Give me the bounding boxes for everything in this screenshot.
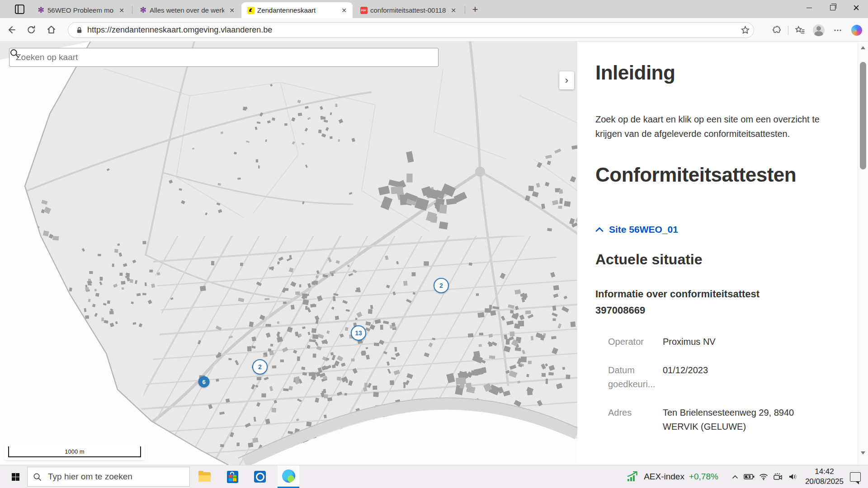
home-icon xyxy=(46,24,57,35)
map-cluster-marker[interactable]: 6 xyxy=(198,376,210,388)
search-icon xyxy=(33,473,42,481)
search-icon[interactable] xyxy=(9,48,19,58)
clock-time: 14:42 xyxy=(805,467,844,477)
close-icon[interactable]: ✕ xyxy=(339,5,349,15)
field-value: Ten Brielensesteenweg 29, 8940 WERVIK (G… xyxy=(663,406,812,434)
settings-menu-button[interactable] xyxy=(830,23,845,38)
favorites-button[interactable] xyxy=(792,23,807,38)
profile-button[interactable] xyxy=(811,23,826,38)
tray-meet-now[interactable] xyxy=(771,465,785,488)
intro-text: Zoek op de kaart en klik op een site om … xyxy=(595,112,835,141)
map-search-box[interactable] xyxy=(9,48,439,67)
browser-toolbar: https://zendantenneskaart.omgeving.vlaan… xyxy=(0,18,868,42)
tab-1[interactable]: ✻ 56WEO Probleem mobiel netwerk ✕ xyxy=(32,2,130,18)
tray-wifi[interactable] xyxy=(756,465,771,488)
scrollbar-thumb[interactable] xyxy=(860,62,866,169)
back-icon xyxy=(6,25,16,35)
desktop: ✻ 56WEO Probleem mobiel netwerk ✕ ✻ Alle… xyxy=(0,0,868,488)
new-tab-button[interactable]: + xyxy=(468,3,482,16)
page-scrollbar[interactable] xyxy=(858,42,868,465)
panel-expand-button[interactable]: › xyxy=(559,71,574,89)
windows-logo-icon xyxy=(12,473,19,481)
copilot-icon xyxy=(851,25,862,36)
taskbar-edge-active[interactable] xyxy=(278,465,299,488)
avatar xyxy=(813,24,825,36)
favorite-star-icon[interactable] xyxy=(741,25,750,35)
refresh-button[interactable] xyxy=(24,22,39,38)
copilot-button[interactable] xyxy=(849,23,864,38)
taskbar-outlook[interactable] xyxy=(249,465,271,488)
map-cluster-marker[interactable]: 2 xyxy=(434,278,449,293)
tray-volume[interactable] xyxy=(785,465,801,488)
restore-icon xyxy=(830,5,835,10)
map-scale-control: 1000 m xyxy=(5,444,145,460)
taskbar: AEX-index +0,78% xyxy=(0,465,868,488)
field-value: 01/12/2023 xyxy=(663,363,812,391)
back-button[interactable] xyxy=(4,22,19,38)
tray-show-hidden[interactable] xyxy=(728,465,742,488)
tab-separator xyxy=(132,6,132,14)
system-tray: AEX-index +0,78% xyxy=(627,465,868,488)
map-canvas[interactable] xyxy=(0,42,577,465)
edge-icon xyxy=(282,469,295,483)
address-bar[interactable]: https://zendantenneskaart.omgeving.vlaan… xyxy=(68,22,754,38)
tab-4[interactable]: PDF conformiteitsattest-00118472.pdf ✕ xyxy=(354,2,462,18)
tab-separator xyxy=(465,6,465,14)
clock-date: 20/08/2025 xyxy=(805,477,844,487)
site-link[interactable]: Site 56WEO_01 xyxy=(595,224,849,235)
tab-title: Zendantenneskaart xyxy=(257,6,336,14)
taskbar-search[interactable] xyxy=(27,467,190,487)
toolbar-divider xyxy=(788,26,788,35)
home-button[interactable] xyxy=(43,22,59,38)
map-cluster-marker[interactable]: 2 xyxy=(252,359,268,375)
toolbar-right-icons xyxy=(769,22,864,38)
scroll-up-arrow[interactable] xyxy=(858,43,868,52)
taskbar-clock[interactable]: 14:42 20/08/2025 xyxy=(805,467,844,487)
start-button[interactable] xyxy=(5,465,25,488)
taskbar-file-explorer[interactable] xyxy=(193,465,215,488)
taskbar-store[interactable] xyxy=(222,465,243,488)
close-icon[interactable]: ✕ xyxy=(117,5,127,15)
battery-icon xyxy=(744,474,755,480)
attest-fields: Operator Proximus NV Datum goedkeuri... … xyxy=(608,335,849,434)
stock-ticker-label: AEX-index xyxy=(644,472,684,482)
stock-widget[interactable]: AEX-index +0,78% xyxy=(627,465,728,488)
address-bar-url[interactable]: https://zendantenneskaart.omgeving.vlaan… xyxy=(87,25,741,35)
tab-2[interactable]: ✻ Alles weten over de werken aan o ✕ xyxy=(134,2,241,18)
close-icon[interactable]: ✕ xyxy=(227,5,237,15)
tab-3-active[interactable]: Zendantenneskaart ✕ xyxy=(241,2,353,18)
minimize-button[interactable] xyxy=(797,0,821,15)
field-value: Proximus NV xyxy=(663,335,812,349)
attest-title: Informatie over conformiteitsattest 3970… xyxy=(595,286,790,319)
chevron-up-icon xyxy=(732,475,738,479)
pdf-icon: PDF xyxy=(360,6,368,14)
map-cluster-marker[interactable]: 13 xyxy=(351,325,366,341)
stock-chart-icon xyxy=(627,471,640,482)
field-label: Adres xyxy=(608,406,653,434)
camera-icon xyxy=(773,473,783,480)
field-label: Operator xyxy=(608,335,653,349)
extensions-button[interactable] xyxy=(769,23,784,38)
browser-tab-bar: ✻ 56WEO Probleem mobiel netwerk ✕ ✻ Alle… xyxy=(0,0,868,18)
favorites-star-list-icon xyxy=(795,25,805,35)
info-panel: Inleiding Zoek op de kaart en klik op ee… xyxy=(577,42,858,465)
ellipsis-icon xyxy=(833,26,842,35)
tab-workspaces-icon[interactable] xyxy=(14,4,25,14)
tab-title: conformiteitsattest-00118472.pdf xyxy=(370,6,446,14)
subsection-title: Actuele situatie xyxy=(595,251,849,268)
intro-title: Inleiding xyxy=(595,61,849,84)
scroll-down-arrow[interactable] xyxy=(858,449,868,457)
restore-button[interactable] xyxy=(821,0,844,15)
store-icon xyxy=(227,471,238,483)
vlaanderen-icon xyxy=(247,6,255,14)
close-icon[interactable]: ✕ xyxy=(448,5,458,15)
proximus-icon: ✻ xyxy=(139,6,147,14)
taskbar-search-input[interactable] xyxy=(47,471,184,482)
close-window-button[interactable]: ✕ xyxy=(844,0,868,15)
action-center-icon[interactable] xyxy=(850,472,861,482)
close-icon: ✕ xyxy=(853,4,860,12)
map-search-input[interactable] xyxy=(15,52,433,63)
tray-battery[interactable] xyxy=(742,465,756,488)
map-container[interactable]: › 21326 1000 m xyxy=(0,42,577,465)
minimize-icon xyxy=(807,8,812,8)
